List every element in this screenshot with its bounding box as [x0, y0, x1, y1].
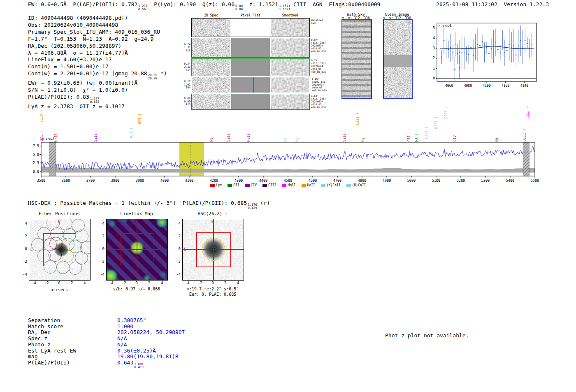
- spec2d-column-header: 2D Spec: [191, 14, 231, 17]
- error-band: [41, 166, 535, 172]
- stacked-uncertainty: 1.2710.56: [138, 5, 148, 11]
- stacked-uncertainty: 0.000.00: [235, 5, 243, 11]
- detection-info-block: ID: 4090444498 (4090444498.pdf)Obs: 2022…: [28, 15, 167, 110]
- with-sky-noise: [342, 20, 371, 98]
- y-tick-label: -2: [172, 260, 181, 264]
- x-tick-label: 0: [55, 281, 63, 285]
- emission-line-label: HeII: [54, 133, 58, 141]
- fiber-xlabel: arcsecs: [29, 288, 90, 292]
- info-line: ID: 4090444498 (4090444498.pdf): [28, 15, 167, 22]
- svg-text:4600: 4600: [309, 179, 317, 183]
- spec2d-strip: [192, 77, 231, 93]
- svg-text:4100: 4100: [483, 84, 490, 88]
- spec2d-column-header: Smoothed: [270, 14, 310, 17]
- legend-label: (K)CaII: [327, 183, 341, 187]
- svg-text:5500: 5500: [531, 179, 539, 183]
- emission-line-label: Hδ: [284, 137, 288, 141]
- svg-text:3800: 3800: [111, 179, 119, 183]
- svg-text:5000: 5000: [407, 179, 416, 183]
- spec2d-row: 0.241.314130.87"(312, 336)20220624v010_0…: [182, 38, 333, 58]
- match-field-value: 19.80(19.80,19.81)R: [117, 353, 179, 360]
- stacked-uncertainty: 1.0010.413: [134, 363, 144, 369]
- svg-text:0: 0: [433, 77, 435, 80]
- line-center-marker: [253, 77, 254, 93]
- legend-swatch: [346, 184, 351, 187]
- y-tick-label: 0: [95, 247, 105, 251]
- spec2d-row-annotation: WeightedSum: [310, 18, 332, 37]
- spec2d-strip: [231, 19, 271, 37]
- fiber-positions-panel: NE: [29, 219, 91, 281]
- spec2d-strip: [192, 38, 231, 57]
- y-tick-label: -2: [95, 260, 105, 264]
- lineflux-map-title: Lineflux Map: [105, 211, 168, 216]
- svg-text:4500: 4500: [284, 179, 292, 183]
- emission-line-label: OIII {: [523, 129, 527, 141]
- info-line: λ = 4106.88Å σ = 11.27(±4.77)Å: [28, 50, 167, 57]
- info-line: Obs: 20220624v010_4090444498: [28, 22, 167, 29]
- spec2d-strip: [271, 59, 309, 76]
- info-line: RA,Dec (202.058060,50.298897): [28, 43, 167, 50]
- svg-text:4080: 4080: [464, 84, 472, 88]
- svg-text:4140: 4140: [520, 84, 528, 88]
- y-tick-label: -4: [172, 272, 181, 276]
- legend-item: (K)CaII: [321, 183, 341, 187]
- y-tick-label: -4: [18, 272, 27, 276]
- info-line: F=1.7" T=0.153 N=1.23 A=0.92 g=24.9: [28, 36, 167, 43]
- hsc-image-panel: NE: [182, 219, 244, 281]
- legend-item: (H)CaII: [346, 183, 366, 187]
- y-tick-label: 0: [18, 247, 27, 251]
- spec2d-row-left-values: [182, 18, 191, 37]
- stacked-uncertainty: 1.15211.1521: [279, 5, 290, 11]
- svg-text:4120: 4120: [502, 84, 509, 88]
- svg-text:4: 4: [433, 36, 435, 40]
- legend-item: MgII: [282, 183, 295, 187]
- legend-item: Lyα: [210, 183, 222, 187]
- x-tick-label: -4: [30, 281, 38, 285]
- spec2d-row-left-values: 0.171.91394: [182, 77, 191, 93]
- emission-line-label: Hγ: [360, 137, 365, 141]
- spec2d-strip: [192, 59, 231, 76]
- x-tick-label: 2: [221, 281, 230, 285]
- match-field-label: Spec z: [28, 336, 117, 342]
- report-summary-header: EW: 0.6±0.5Å P(LAE)/P(OII): 0.7821.2710.…: [28, 1, 380, 11]
- zoom-spectrum-plot: 40604080410041204140012345e-17x2Å: [425, 20, 539, 92]
- legend-swatch: [321, 184, 325, 187]
- emission-line-label: CII: [407, 135, 411, 141]
- spec2d-strip: [231, 59, 271, 76]
- match-table-row: Spec zN/A: [28, 336, 185, 342]
- x-tick-label: 0: [132, 281, 141, 285]
- legend-item: CIII: [262, 183, 276, 187]
- hsc-r-title: HSC(26.2) r: [181, 211, 244, 216]
- info-line: Primary Spec_Slot_IFU_AMP: 409_016_036_R…: [28, 29, 167, 36]
- svg-text:5.0: 5.0: [33, 153, 39, 157]
- emission-line-label: SiII: [342, 133, 346, 141]
- x-tick-label: 2: [145, 281, 153, 285]
- emission-line-label: OII {: [129, 128, 133, 138]
- match-field-label: mag: [28, 354, 117, 360]
- svg-text:5300: 5300: [481, 179, 490, 183]
- info-line: Cont(n) = 1.50(±0.00)e-17: [28, 63, 167, 70]
- elixer-detection-report: EW: 0.6±0.5Å P(LAE)/P(OII): 0.7821.2710.…: [0, 0, 576, 392]
- svg-text:4100: 4100: [185, 179, 193, 183]
- emission-line-label: OII }: [525, 107, 530, 118]
- emission-line-label: NV: [209, 137, 214, 141]
- svg-text:2.5: 2.5: [33, 161, 39, 165]
- legend-swatch: [282, 184, 286, 187]
- svg-text:e-17x2Å: e-17x2Å: [439, 24, 452, 28]
- match-table-row: Separation0.380765": [28, 318, 185, 324]
- y-tick-label: 4: [172, 221, 181, 225]
- masked-wavelength-band: [49, 142, 56, 176]
- svg-text:4800: 4800: [358, 179, 366, 183]
- lineflux-map-panel: NE: [106, 219, 168, 281]
- with-sky-title: With Sky: [337, 12, 375, 16]
- x-tick-label: 4: [158, 281, 166, 285]
- svg-text:4400: 4400: [259, 179, 267, 183]
- emission-line-label: CIII {: [355, 112, 360, 125]
- x-tick-label: 4: [234, 281, 242, 285]
- spec2d-row-strips: [191, 58, 310, 76]
- match-table-row: Est LyA rest-EW0.36(±0.25)Å: [28, 348, 185, 354]
- legend-item: CIV: [245, 183, 257, 187]
- match-field-value: 0.6431.0010.413: [117, 360, 144, 366]
- spec2d-row: 0.242.324140.73"(312, 327)20220624v010_0…: [182, 58, 333, 76]
- y-tick-label: 0: [172, 247, 181, 251]
